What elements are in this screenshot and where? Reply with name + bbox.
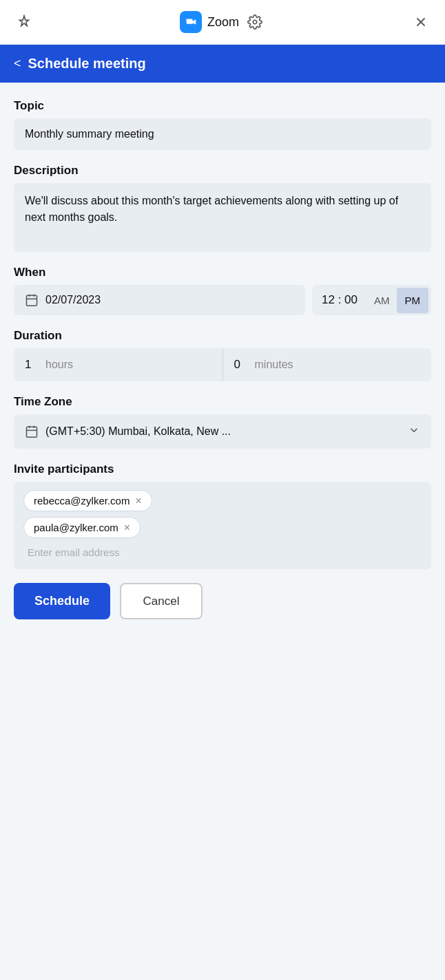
topic-input[interactable] xyxy=(14,118,431,150)
cancel-button[interactable]: Cancel xyxy=(120,583,203,619)
settings-button[interactable] xyxy=(245,12,265,32)
minutes-value: 0 xyxy=(234,358,248,372)
hours-cell[interactable]: 1 hours xyxy=(14,348,223,381)
back-button[interactable]: < xyxy=(14,56,21,71)
timezone-calendar-icon xyxy=(25,425,39,438)
participants-field: rebecca@zylker.com × paula@zylker.com × xyxy=(14,482,431,569)
pin-button[interactable] xyxy=(14,12,34,32)
invite-label: Invite participants xyxy=(14,462,431,476)
chevron-down-icon xyxy=(408,424,420,439)
minutes-unit: minutes xyxy=(255,359,293,371)
participant-tag-2: paula@zylker.com × xyxy=(23,517,141,538)
date-field[interactable]: 02/07/2023 xyxy=(14,285,305,315)
svg-rect-7 xyxy=(27,427,37,437)
email-input[interactable] xyxy=(23,544,422,561)
zoom-logo-icon xyxy=(183,14,198,30)
header-bar: < Schedule meeting xyxy=(0,45,445,83)
time-field[interactable]: 12 : 00 AM PM xyxy=(312,285,431,315)
description-field-group: Description We'll discuss about this mon… xyxy=(14,164,431,252)
top-bar-right xyxy=(411,12,431,32)
page-title: Schedule meeting xyxy=(28,56,146,72)
pm-button[interactable]: PM xyxy=(397,288,429,313)
top-bar: Zoom xyxy=(0,0,445,45)
topic-label: Topic xyxy=(14,99,431,113)
remove-participant-1-button[interactable]: × xyxy=(135,496,141,507)
calendar-icon xyxy=(25,293,39,307)
buttons-row: Schedule Cancel xyxy=(14,583,431,633)
when-row: 02/07/2023 12 : 00 AM PM xyxy=(14,285,431,315)
timezone-field[interactable]: (GMT+5:30) Mumbai, Kolkata, New ... xyxy=(14,414,431,449)
duration-label: Duration xyxy=(14,329,431,343)
hours-unit: hours xyxy=(45,359,73,371)
description-label: Description xyxy=(14,164,431,178)
am-button[interactable]: AM xyxy=(367,286,397,315)
duration-row: 1 hours 0 minutes xyxy=(14,348,431,381)
close-button[interactable] xyxy=(411,12,431,32)
hours-value: 1 xyxy=(25,358,39,372)
timezone-value: (GMT+5:30) Mumbai, Kolkata, New ... xyxy=(45,425,401,438)
top-bar-left xyxy=(14,12,34,32)
pin-icon xyxy=(17,14,32,30)
zoom-logo xyxy=(180,11,202,33)
top-bar-center: Zoom xyxy=(180,11,265,33)
participant-tag-1: rebecca@zylker.com × xyxy=(23,490,152,511)
when-field-group: When 02/07/2023 12 : 00 xyxy=(14,266,431,315)
close-icon xyxy=(413,14,428,30)
duration-field-group: Duration 1 hours 0 minutes xyxy=(14,329,431,381)
time-value: 12 : 00 xyxy=(312,285,367,315)
timezone-label: Time Zone xyxy=(14,395,431,409)
svg-rect-3 xyxy=(27,295,37,306)
participants-field-group: Invite participants rebecca@zylker.com ×… xyxy=(14,462,431,569)
app-container: Zoom < Schedule meeting Topic xyxy=(0,0,445,980)
schedule-button[interactable]: Schedule xyxy=(14,583,110,619)
topic-field-group: Topic xyxy=(14,99,431,150)
app-name-label: Zoom xyxy=(207,15,239,30)
when-label: When xyxy=(14,266,431,279)
svg-point-0 xyxy=(253,20,257,24)
minutes-cell[interactable]: 0 minutes xyxy=(223,348,432,381)
description-textarea[interactable]: We'll discuss about this month's target … xyxy=(14,183,431,252)
participant-email-2: paula@zylker.com xyxy=(34,522,118,533)
remove-participant-2-button[interactable]: × xyxy=(124,522,130,533)
am-pm-toggle: AM PM xyxy=(367,286,431,315)
timezone-field-group: Time Zone (GMT+5:30) Mumbai, Kolkata, Ne… xyxy=(14,395,431,449)
participant-email-1: rebecca@zylker.com xyxy=(34,495,130,507)
form-content: Topic Description We'll discuss about th… xyxy=(0,83,445,980)
settings-icon xyxy=(247,14,262,30)
date-value: 02/07/2023 xyxy=(45,294,101,306)
